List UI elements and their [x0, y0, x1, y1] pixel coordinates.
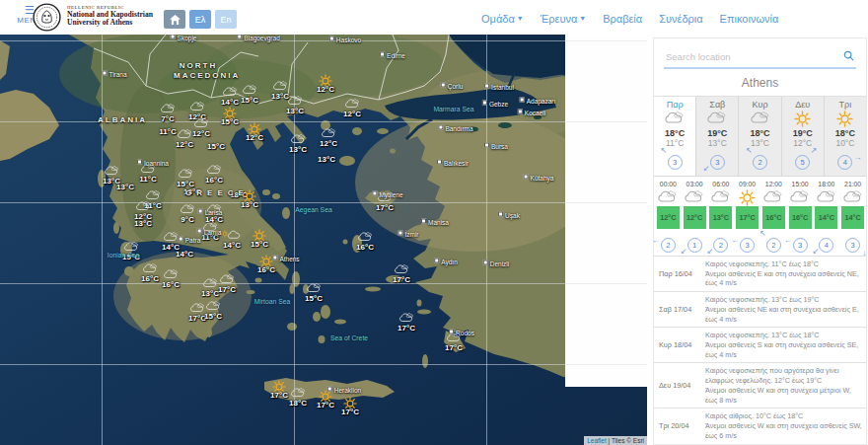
map-place-label: İzmir	[398, 231, 418, 238]
marker-temperature: 16°C	[196, 176, 232, 185]
wind-direction-arrow: ↙	[706, 248, 713, 256]
forecast-day: Τρι 20/04	[656, 411, 705, 440]
map-place-label: Çorlu	[441, 83, 464, 90]
weather-marker[interactable]: 17°C	[332, 397, 368, 416]
day-label: Κυρ	[739, 100, 780, 110]
marker-temperature: 17°C	[209, 285, 245, 294]
wind-direction-arrow: →	[853, 154, 861, 162]
hour-temperature: 17°C	[736, 206, 759, 229]
leaflet-link[interactable]: Leaflet	[587, 437, 607, 444]
weather-marker[interactable]: 17°C	[209, 274, 245, 294]
day-high-temp: 18°C	[825, 128, 866, 138]
weather-marker[interactable]: 15°C	[296, 283, 331, 303]
weather-marker[interactable]: 15°C	[195, 301, 231, 321]
forecast-text: Καιρός νεφοσκεπής. 11°C έως 18°CΆνεμοι α…	[705, 260, 863, 288]
day-tab-Δευ[interactable]: Δευ 19°C 12°C ↗ 5	[781, 97, 824, 176]
day-tab-Κυρ[interactable]: Κυρ 18°C 13°C ↖ 2	[738, 97, 780, 176]
cloud-icon	[655, 189, 682, 203]
weather-marker[interactable]: 12°C	[237, 122, 272, 142]
lang-button-el[interactable]: Ελ	[189, 10, 211, 29]
day-tab-Τρι[interactable]: Τρι 18°C 10°C → 4	[824, 97, 866, 176]
weather-marker[interactable]: 17°C	[384, 264, 419, 284]
wind-indicator: ↙ 1	[683, 231, 707, 254]
wind-direction-arrow: ←	[652, 237, 660, 245]
wind-speed-value: 2	[753, 155, 767, 170]
weather-marker[interactable]: 12°C	[311, 128, 346, 148]
weather-marker[interactable]: 13°C	[277, 96, 313, 115]
cloud-icon	[347, 232, 383, 243]
weather-marker[interactable]: 16°C	[196, 165, 232, 185]
nav-item[interactable]: Επικοινωνία	[720, 13, 779, 25]
weather-marker[interactable]: 15°C	[242, 229, 277, 249]
cloud-icon	[334, 99, 370, 110]
wind-speed-value: 5	[795, 155, 810, 170]
cloud-icon	[389, 313, 424, 324]
cloud-icon	[739, 111, 780, 127]
wind-indicator: ↙ 4	[814, 231, 838, 254]
weather-marker[interactable]: 17°C	[389, 313, 424, 333]
weather-marker[interactable]: 12°C	[125, 201, 161, 221]
hour-cell-00:00: 00:00 12°C ← 2	[655, 181, 682, 254]
day-tab-Παρ[interactable]: Παρ 18°C 11°C ↖ 3	[654, 97, 695, 176]
nav-item[interactable]: Βραβεία	[603, 13, 642, 25]
weather-marker[interactable]: 15°C	[198, 142, 234, 151]
sun-icon	[782, 111, 824, 127]
weather-map[interactable]: 14°C 15°C 13°C 13°C12°C15°C12°C 13°C 7°C…	[0, 35, 647, 445]
hourly-strip: 00:00 12°C ← 203:00 12°C ↙ 106:00 13°C ↙…	[654, 177, 866, 257]
weather-marker[interactable]: 14°C	[167, 250, 202, 259]
cloud-icon	[183, 118, 219, 129]
wind-indicator: ← 2	[656, 231, 681, 254]
search-icon[interactable]	[843, 47, 854, 65]
marker-temperature: 17°C	[367, 203, 402, 212]
weather-marker[interactable]: 16°C	[347, 232, 383, 252]
weather-marker[interactable]: 11°C	[130, 164, 166, 184]
wind-indicator: ← 3	[735, 231, 760, 254]
marker-temperature: 12°C	[237, 133, 272, 142]
hour-time: 15:00	[787, 181, 814, 187]
city-dot	[437, 160, 442, 165]
marker-temperature: 11°C	[130, 175, 166, 184]
forecast-row: Παρ 16/04 Καιρός νεφοσκεπής. 11°C έως 18…	[654, 257, 866, 291]
main-nav: Ομάδα ▼Έρευνα ▼ΒραβείαΣυνέδριαΕπικοινωνί…	[481, 13, 778, 25]
map-place-label: Gebze	[482, 101, 508, 108]
map-place-label: Adapazarı	[520, 98, 556, 105]
nav-item[interactable]: Συνέδρια	[659, 13, 702, 25]
weather-marker[interactable]: 13°C	[309, 155, 344, 164]
marker-temperature: 17°C	[384, 275, 419, 284]
hour-cell-03:00: 03:00 12°C ↙ 1	[682, 181, 708, 254]
marker-temperature: 17°C	[436, 343, 471, 352]
marker-temperature: 12°C	[311, 139, 346, 148]
weather-marker[interactable]: 13°C	[125, 219, 161, 228]
home-button[interactable]	[164, 10, 185, 29]
city-dot	[449, 330, 454, 334]
city-dot	[484, 143, 489, 148]
day-tab-Σαβ[interactable]: Σαβ 19°C 13°C ↙ 3	[695, 97, 738, 176]
hour-time: 00:00	[655, 181, 682, 187]
cloud-icon	[135, 190, 171, 201]
forecast-row: Κυρ 18/04 Καιρός νεφοσκεπής. 13°C έως 18…	[654, 327, 866, 362]
map-place-label: Mytilene	[372, 191, 402, 198]
weather-marker[interactable]: 12°C	[167, 129, 202, 149]
wind-speed-value: 3	[710, 155, 725, 170]
marker-temperature: 15°C	[296, 294, 331, 303]
day-label: Σαβ	[696, 100, 738, 110]
weather-marker[interactable]: 16°C	[153, 269, 188, 289]
search-input[interactable]	[664, 50, 843, 63]
forecast-row: Δευ 19/04 Καιρός νεφοσκεπής που αργότερα…	[654, 362, 866, 408]
lang-button-en[interactable]: En	[215, 10, 237, 29]
wind-direction-arrow: ↓	[862, 250, 866, 258]
city-dot	[137, 160, 142, 165]
weather-marker[interactable]: 12°C	[334, 99, 370, 118]
university-name: HELLENIC REPUBLIC National and Kapodistr…	[67, 5, 153, 28]
city-dot	[441, 83, 446, 88]
weather-marker[interactable]: 12°C	[308, 74, 343, 94]
cloud-icon	[196, 165, 232, 176]
sea-label: Ionian Sea	[108, 252, 140, 259]
map-place-label: Kocaeli	[518, 110, 545, 116]
nav-item[interactable]: Ομάδα ▼	[481, 13, 524, 25]
wind-speed-value: 4	[819, 238, 833, 253]
nav-item[interactable]: Έρευνα ▼	[541, 13, 587, 25]
hour-temperature: 16°C	[762, 206, 785, 229]
tiles-credit: Tiles © Esri	[612, 437, 644, 444]
sun-icon	[242, 229, 277, 240]
